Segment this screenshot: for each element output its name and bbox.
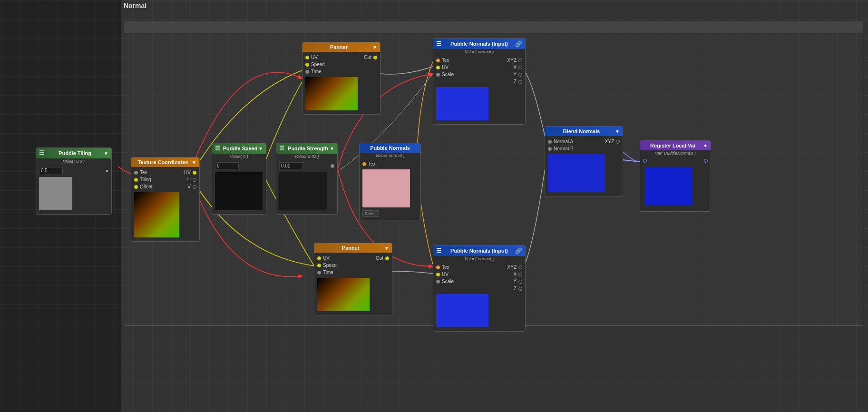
u-label: U [187, 177, 191, 182]
link-icon[interactable]: 🔗 [515, 40, 522, 47]
time-row: Time [315, 269, 391, 276]
register-local-var-node[interactable]: Register Local Var ▼ Var( BuddleNormals … [640, 140, 711, 212]
normal-a-row: Normal A XYZ [546, 138, 622, 145]
canvas-area[interactable]: Normal Comment [0, 0, 868, 412]
tiling-in-dot [134, 178, 138, 182]
panner-preview-image [305, 77, 358, 110]
pubble-normals-input-bottom-node[interactable]: ☰ Pubble Normals (Input) 🔗 Value( normal… [433, 245, 526, 332]
menu-icon[interactable]: ☰ [39, 150, 44, 157]
time-label: Time [323, 270, 333, 275]
speed-row: Speed [315, 262, 391, 269]
z-right: Z [514, 79, 522, 84]
blend-normals-node[interactable]: Blend Normals ▼ Normal A XYZ Normal B [545, 126, 623, 196]
uv-row: UV X [434, 64, 524, 71]
puddle-tiling-header: ☰ Puddle Tiling ▼ [36, 148, 111, 158]
puddle-strength-node[interactable]: ☰ Puddle Strength ▼ Value( 0.02 ) [276, 143, 338, 215]
dropdown-icon[interactable]: ▼ [615, 129, 620, 134]
panner-top-title: Panner [305, 44, 372, 50]
v-out-dot [193, 185, 196, 189]
dropdown-icon[interactable]: ▼ [384, 245, 389, 251]
x-dot [518, 66, 522, 69]
x-right: X [513, 65, 522, 70]
dropdown-icon[interactable]: ▼ [703, 143, 708, 148]
puddle-tiling-node[interactable]: ☰ Puddle Tiling ▼ Value( 0.5 ) ● [36, 147, 112, 215]
x-dot [518, 273, 522, 276]
puddle-strength-value[interactable] [279, 162, 303, 169]
select-button[interactable]: Select [362, 210, 379, 217]
uv-dot [436, 273, 440, 276]
panner-top-body: UV Out Speed Time [302, 52, 380, 114]
out-right: Out [376, 255, 389, 261]
texture-coordinates-node[interactable]: Texture Coordinates ▼ Tex UV Tiling [131, 157, 200, 242]
offset-label: Offset [140, 184, 153, 189]
puddle-speed-value[interactable] [215, 162, 239, 169]
register-local-var-title: Register Local Var [643, 143, 703, 148]
xyz-dot [518, 265, 522, 269]
pubble-normals-input-top-node[interactable]: ☰ Pubble Normals (Input) 🔗 Value( normal… [433, 38, 526, 125]
tiling-left: Tiling [134, 177, 151, 182]
speed-left: Speed [305, 62, 325, 67]
uv-left: UV [317, 255, 330, 261]
panner-bottom-title: Panner [317, 245, 384, 251]
puddle-speed-node[interactable]: ☰ Puddle Speed ▼ Value( 0 ) [212, 143, 266, 215]
tiling-row: Tiling U [132, 176, 198, 183]
out-label: Out [376, 255, 383, 261]
uv-left: UV [436, 272, 449, 277]
menu-icon[interactable]: ☰ [215, 145, 220, 152]
panner-top-node[interactable]: Panner ▼ UV Out Speed [302, 42, 380, 115]
puddle-strength-body [276, 159, 337, 214]
uv-left: UV [305, 55, 318, 60]
dropdown-icon[interactable]: ▼ [104, 151, 108, 156]
scale-dot [436, 280, 440, 284]
tex-dot [362, 162, 366, 166]
uv-row: UV Out [315, 255, 391, 262]
tex-in-dot [134, 171, 138, 175]
slider-dot[interactable]: ● [106, 168, 108, 173]
pubble-normals-node[interactable]: Pubble Normals Value( normal ) Tex Selec… [359, 143, 421, 220]
puddle-strength-title: Puddle Strength [286, 146, 330, 151]
register-blue-preview [643, 166, 708, 207]
xyz-label: XYZ [507, 265, 517, 270]
texcoord-preview [134, 192, 196, 237]
register-local-var-subtitle: Var( BuddleNormals ) [640, 150, 711, 156]
xyz-right: XYZ [507, 265, 522, 270]
tex-left: Tex [436, 265, 449, 270]
speed-left: Speed [317, 263, 337, 268]
uv-label: UV [442, 65, 449, 70]
out-dot [385, 256, 389, 260]
speed-dot [305, 63, 309, 67]
uv-dot [317, 256, 321, 260]
black-preview-image [215, 172, 263, 210]
dropdown-icon[interactable]: ▼ [330, 146, 334, 151]
z-row: Z [434, 78, 524, 85]
blue-preview [436, 87, 522, 120]
xyz-right: XYZ [507, 58, 522, 63]
dropdown-icon[interactable]: ▼ [192, 160, 196, 165]
uv-out-dot [193, 171, 196, 175]
menu-icon[interactable]: ☰ [279, 145, 284, 152]
tex-row: Tex XYZ [434, 264, 524, 271]
tex-dot [436, 265, 440, 269]
u-out-dot [193, 178, 196, 182]
puddle-tiling-value[interactable] [39, 167, 63, 174]
menu-icon[interactable]: ☰ [436, 247, 441, 254]
puddle-strength-subtitle: Value( 0.02 ) [276, 154, 337, 159]
dropdown-icon[interactable]: ▼ [258, 146, 263, 151]
normal-a-label: Normal A [554, 139, 573, 144]
puddle-tiling-body: ● [36, 164, 111, 214]
time-left: Time [317, 270, 333, 275]
dropdown-icon[interactable]: ▼ [372, 45, 377, 50]
black-preview [215, 172, 263, 210]
speed-label: Speed [323, 263, 337, 268]
blue-bottom-preview [436, 294, 522, 327]
xyz-dot [518, 59, 522, 62]
pubble-normals-input-top-title: Pubble Normals (Input) [443, 41, 515, 47]
speed-row: Speed [303, 61, 379, 68]
time-dot [305, 70, 309, 74]
panner-bottom-body: UV Out Speed Time [314, 253, 392, 315]
panner-bottom-node[interactable]: Panner ▼ UV Out Speed [314, 243, 392, 315]
menu-icon[interactable]: ☰ [436, 40, 441, 47]
puddle-tiling-subtitle: Value( 0.5 ) [36, 158, 111, 164]
time-label: Time [311, 69, 322, 74]
link-icon[interactable]: 🔗 [515, 247, 522, 254]
